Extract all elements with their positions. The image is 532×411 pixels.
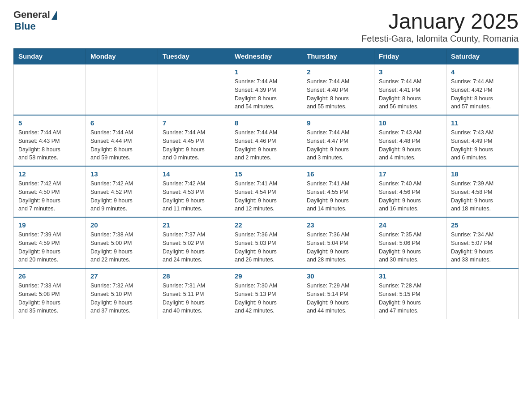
calendar-cell: 18Sunrise: 7:39 AMSunset: 4:58 PMDayligh… [446,166,519,217]
calendar-cell: 17Sunrise: 7:40 AMSunset: 4:56 PMDayligh… [374,166,446,217]
calendar-cell [14,64,86,115]
day-number: 13 [90,170,153,178]
calendar-week-row: 5Sunrise: 7:44 AMSunset: 4:43 PMDaylight… [14,115,519,166]
calendar-cell: 24Sunrise: 7:35 AMSunset: 5:06 PMDayligh… [374,217,446,268]
day-info: Sunrise: 7:44 AMSunset: 4:44 PMDaylight:… [90,128,153,162]
day-info: Sunrise: 7:41 AMSunset: 4:54 PMDaylight:… [235,180,297,213]
day-number: 22 [235,221,297,229]
calendar-header-monday: Monday [86,49,158,64]
day-number: 8 [235,119,297,127]
calendar-cell [86,64,158,115]
calendar-cell: 12Sunrise: 7:42 AMSunset: 4:50 PMDayligh… [14,166,86,217]
calendar-cell: 25Sunrise: 7:34 AMSunset: 5:07 PMDayligh… [446,217,519,268]
page-title: January 2025 [361,9,519,34]
day-number: 21 [163,221,225,229]
day-number: 31 [379,272,442,280]
day-info: Sunrise: 7:40 AMSunset: 4:56 PMDaylight:… [379,180,442,213]
day-number: 28 [163,272,225,280]
day-info: Sunrise: 7:42 AMSunset: 4:53 PMDaylight:… [163,180,225,213]
day-info: Sunrise: 7:44 AMSunset: 4:42 PMDaylight:… [451,77,514,111]
calendar-header-tuesday: Tuesday [158,49,230,64]
calendar-table: SundayMondayTuesdayWednesdayThursdayFrid… [13,48,519,319]
calendar-cell: 30Sunrise: 7:29 AMSunset: 5:14 PMDayligh… [302,268,374,319]
day-info: Sunrise: 7:42 AMSunset: 4:50 PMDaylight:… [18,180,81,213]
calendar-cell: 15Sunrise: 7:41 AMSunset: 4:54 PMDayligh… [230,166,302,217]
calendar-cell: 28Sunrise: 7:31 AMSunset: 5:11 PMDayligh… [158,268,230,319]
day-info: Sunrise: 7:38 AMSunset: 5:00 PMDaylight:… [90,231,153,264]
calendar-cell: 10Sunrise: 7:43 AMSunset: 4:48 PMDayligh… [374,115,446,166]
day-info: Sunrise: 7:44 AMSunset: 4:45 PMDaylight:… [163,128,225,162]
day-number: 14 [163,170,225,178]
calendar-week-row: 12Sunrise: 7:42 AMSunset: 4:50 PMDayligh… [14,166,519,217]
page-header: General Blue January 2025 Fetesti-Gara, … [13,9,519,44]
calendar-cell: 6Sunrise: 7:44 AMSunset: 4:44 PMDaylight… [86,115,158,166]
calendar-header-thursday: Thursday [302,49,374,64]
calendar-header-friday: Friday [374,49,446,64]
day-number: 17 [379,170,442,178]
day-info: Sunrise: 7:39 AMSunset: 4:58 PMDaylight:… [451,180,514,213]
page-subtitle: Fetesti-Gara, Ialomita County, Romania [361,34,519,44]
day-number: 11 [451,119,514,127]
calendar-header-saturday: Saturday [446,49,519,64]
day-number: 2 [307,68,369,76]
logo-general-text: General [13,9,50,21]
calendar-cell: 22Sunrise: 7:36 AMSunset: 5:03 PMDayligh… [230,217,302,268]
day-number: 26 [18,272,81,280]
calendar-cell: 11Sunrise: 7:43 AMSunset: 4:49 PMDayligh… [446,115,519,166]
day-number: 12 [18,170,81,178]
calendar-cell: 13Sunrise: 7:42 AMSunset: 4:52 PMDayligh… [86,166,158,217]
day-info: Sunrise: 7:37 AMSunset: 5:02 PMDaylight:… [163,231,225,264]
calendar-cell: 21Sunrise: 7:37 AMSunset: 5:02 PMDayligh… [158,217,230,268]
day-info: Sunrise: 7:44 AMSunset: 4:43 PMDaylight:… [18,128,81,162]
calendar-cell: 8Sunrise: 7:44 AMSunset: 4:46 PMDaylight… [230,115,302,166]
day-number: 27 [90,272,153,280]
calendar-header-row: SundayMondayTuesdayWednesdayThursdayFrid… [14,49,519,64]
calendar-cell: 29Sunrise: 7:30 AMSunset: 5:13 PMDayligh… [230,268,302,319]
day-number: 15 [235,170,297,178]
day-info: Sunrise: 7:39 AMSunset: 4:59 PMDaylight:… [18,231,81,264]
day-info: Sunrise: 7:29 AMSunset: 5:14 PMDaylight:… [307,282,369,315]
calendar-week-row: 19Sunrise: 7:39 AMSunset: 4:59 PMDayligh… [14,217,519,268]
logo-blue-text: Blue [14,21,36,32]
day-number: 23 [307,221,369,229]
day-info: Sunrise: 7:36 AMSunset: 5:04 PMDaylight:… [307,231,369,264]
day-info: Sunrise: 7:32 AMSunset: 5:10 PMDaylight:… [90,282,153,315]
day-info: Sunrise: 7:44 AMSunset: 4:41 PMDaylight:… [379,77,442,111]
day-info: Sunrise: 7:28 AMSunset: 5:15 PMDaylight:… [379,282,442,315]
day-number: 1 [235,68,297,76]
day-info: Sunrise: 7:44 AMSunset: 4:39 PMDaylight:… [235,77,297,111]
day-number: 9 [307,119,369,127]
calendar-cell: 5Sunrise: 7:44 AMSunset: 4:43 PMDaylight… [14,115,86,166]
calendar-cell: 4Sunrise: 7:44 AMSunset: 4:42 PMDaylight… [446,64,519,115]
calendar-cell: 16Sunrise: 7:41 AMSunset: 4:55 PMDayligh… [302,166,374,217]
day-number: 30 [307,272,369,280]
calendar-cell: 7Sunrise: 7:44 AMSunset: 4:45 PMDaylight… [158,115,230,166]
calendar-cell: 19Sunrise: 7:39 AMSunset: 4:59 PMDayligh… [14,217,86,268]
calendar-cell: 23Sunrise: 7:36 AMSunset: 5:04 PMDayligh… [302,217,374,268]
day-number: 5 [18,119,81,127]
day-info: Sunrise: 7:43 AMSunset: 4:48 PMDaylight:… [379,128,442,162]
day-number: 18 [451,170,514,178]
logo-triangle-icon [51,11,57,20]
day-info: Sunrise: 7:41 AMSunset: 4:55 PMDaylight:… [307,180,369,213]
logo: General Blue [13,9,57,32]
day-number: 20 [90,221,153,229]
calendar-cell [446,268,519,319]
day-info: Sunrise: 7:36 AMSunset: 5:03 PMDaylight:… [235,231,297,264]
day-number: 3 [379,68,442,76]
day-info: Sunrise: 7:31 AMSunset: 5:11 PMDaylight:… [163,282,225,315]
calendar-cell: 31Sunrise: 7:28 AMSunset: 5:15 PMDayligh… [374,268,446,319]
day-info: Sunrise: 7:42 AMSunset: 4:52 PMDaylight:… [90,180,153,213]
title-block: January 2025 Fetesti-Gara, Ialomita Coun… [361,9,519,44]
day-number: 6 [90,119,153,127]
day-number: 16 [307,170,369,178]
calendar-cell: 14Sunrise: 7:42 AMSunset: 4:53 PMDayligh… [158,166,230,217]
day-info: Sunrise: 7:44 AMSunset: 4:47 PMDaylight:… [307,128,369,162]
calendar-cell: 27Sunrise: 7:32 AMSunset: 5:10 PMDayligh… [86,268,158,319]
day-info: Sunrise: 7:34 AMSunset: 5:07 PMDaylight:… [451,231,514,264]
calendar-cell: 1Sunrise: 7:44 AMSunset: 4:39 PMDaylight… [230,64,302,115]
calendar-cell: 2Sunrise: 7:44 AMSunset: 4:40 PMDaylight… [302,64,374,115]
day-info: Sunrise: 7:33 AMSunset: 5:08 PMDaylight:… [18,282,81,315]
calendar-week-row: 26Sunrise: 7:33 AMSunset: 5:08 PMDayligh… [14,268,519,319]
day-info: Sunrise: 7:44 AMSunset: 4:40 PMDaylight:… [307,77,369,111]
